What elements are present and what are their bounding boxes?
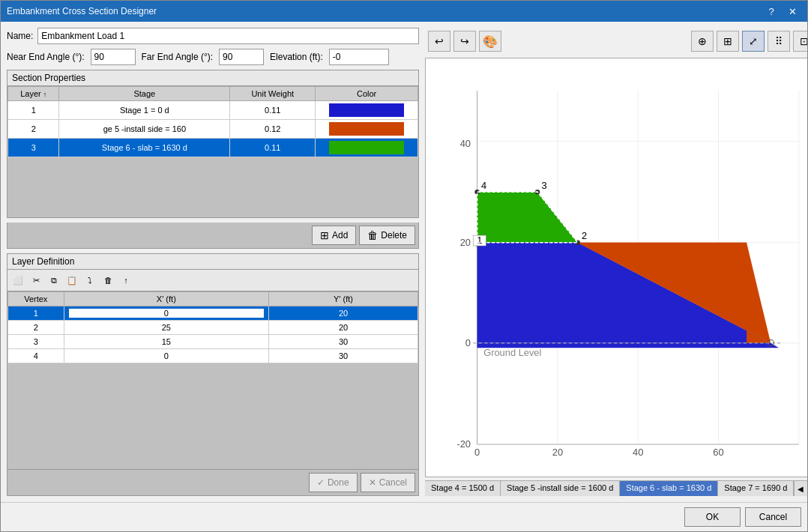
add-button[interactable]: ⊞ Add xyxy=(312,226,356,245)
stage-tab-1[interactable]: Stage 4 = 1500 d xyxy=(425,481,501,496)
cell-layer: 2 xyxy=(8,120,59,139)
title-bar: Embankment Cross Section Designer ? ✕ xyxy=(1,1,807,22)
vertex-y: 30 xyxy=(269,349,418,363)
point-label-3: 3 xyxy=(541,180,546,191)
done-button[interactable]: ✓ Done xyxy=(309,473,358,492)
vertex-num: 3 xyxy=(8,335,64,349)
name-input[interactable] xyxy=(37,28,419,44)
frame-tool[interactable]: ⊡ xyxy=(793,31,807,52)
select-shape-tool[interactable]: ⊞ xyxy=(717,31,739,52)
col-color: Color xyxy=(316,87,418,101)
col-x: X' (ft) xyxy=(64,292,269,306)
near-end-input[interactable] xyxy=(91,49,136,65)
vertex-row[interactable]: 1 20 xyxy=(8,306,418,321)
done-label: Done xyxy=(328,477,349,488)
vertex-row[interactable]: 4 0 30 xyxy=(8,349,418,363)
pointer-tool[interactable]: ⊕ xyxy=(691,31,714,52)
viz-toolbar-right: ⊕ ⊞ ⤢ ⠿ ⊡ xyxy=(691,31,807,52)
main-content: Name: Near End Angle (°): Far End Angle … xyxy=(1,22,807,502)
stage-tab-3[interactable]: Stage 6 - slab = 1630 d xyxy=(620,481,718,496)
main-window: Embankment Cross Section Designer ? ✕ Na… xyxy=(0,0,808,532)
zoom-fit-tool[interactable]: ⤢ xyxy=(742,31,765,52)
checkmark-icon: ✓ xyxy=(317,477,325,488)
x-icon: ✕ xyxy=(369,477,376,488)
params-row: Near End Angle (°): Far End Angle (°): E… xyxy=(7,49,419,65)
elevation-input[interactable] xyxy=(329,49,389,65)
cancel-form-button[interactable]: ✕ Cancel xyxy=(361,473,415,492)
table-row[interactable]: 3 Stage 6 - slab = 1630 d 0.11 xyxy=(8,139,418,157)
insert-row-btn[interactable]: ⤵ xyxy=(82,272,98,288)
point-label-2: 2 xyxy=(582,230,587,241)
bottom-bar: OK Cancel xyxy=(1,502,807,531)
section-props-title: Section Properties xyxy=(7,70,418,86)
table-row[interactable]: 2 ge 5 -install side = 160 0.12 xyxy=(8,120,418,139)
cell-layer: 3 xyxy=(8,139,59,157)
redo-button[interactable]: ↪ xyxy=(453,31,476,52)
vertex-y: 20 xyxy=(269,306,418,321)
delete-row-btn[interactable]: 🗑 xyxy=(100,272,116,288)
title-bar-controls: ? ✕ xyxy=(762,4,801,19)
vertex-num: 1 xyxy=(8,306,64,321)
near-end-label: Near End Angle (°): xyxy=(7,52,85,62)
window-title: Embankment Cross Section Designer xyxy=(7,6,157,16)
name-row: Name: xyxy=(7,28,419,44)
vertex-x[interactable] xyxy=(64,306,269,321)
col-vertex: Vertex xyxy=(8,292,64,306)
vertex-num: 2 xyxy=(8,321,64,335)
layer-def-title: Layer Definition xyxy=(7,254,418,270)
done-cancel-row: ✓ Done ✕ Cancel xyxy=(7,469,418,495)
far-end-input[interactable] xyxy=(219,49,264,65)
close-button[interactable]: ✕ xyxy=(783,4,801,19)
title-bar-left: Embankment Cross Section Designer xyxy=(7,6,157,16)
color-button[interactable]: 🎨 xyxy=(479,31,501,52)
help-button[interactable]: ? xyxy=(762,4,780,19)
vertex-x: 25 xyxy=(64,321,269,335)
paste-tool-btn[interactable]: 📋 xyxy=(64,272,80,288)
vertex-num: 4 xyxy=(8,349,64,363)
table-row[interactable]: 1 Stage 1 = 0 d 0.11 xyxy=(8,101,418,120)
cell-color xyxy=(316,101,418,120)
left-panel: Name: Near End Angle (°): Far End Angle … xyxy=(7,28,419,496)
x-label-60: 60 xyxy=(713,447,723,458)
stage-tab-2[interactable]: Stage 5 -install side = 1600 d xyxy=(501,481,620,496)
right-panel: ↩ ↪ 🎨 ⊕ ⊞ ⤢ ⠿ ⊡ xyxy=(425,28,807,496)
vertex-x-input[interactable] xyxy=(69,309,265,318)
props-table: Layer ↑ Stage Unit Weight Color 1 Stage … xyxy=(7,86,418,157)
y-label-neg20: -20 xyxy=(456,438,471,450)
add-icon: ⊞ xyxy=(320,229,329,241)
chart-area: -20 0 20 40 0 20 40 60 xyxy=(425,58,807,477)
vertex-y: 30 xyxy=(269,335,418,349)
cancel-dialog-button[interactable]: Cancel xyxy=(745,507,801,527)
stage-tabs: Stage 4 = 1500 d Stage 5 -install side =… xyxy=(425,480,807,496)
ok-button[interactable]: OK xyxy=(684,507,741,527)
vertex-y: 20 xyxy=(269,321,418,335)
y-label-40: 40 xyxy=(460,138,471,149)
cut-tool-btn[interactable]: ✂ xyxy=(28,272,44,288)
select-tool-btn[interactable]: ⬜ xyxy=(10,272,26,288)
vertex-x: 15 xyxy=(64,335,269,349)
tab-scroll-left[interactable]: ◀ xyxy=(795,481,807,496)
undo-button[interactable]: ↩ xyxy=(428,31,450,52)
vertex-row[interactable]: 3 15 30 xyxy=(8,335,418,349)
x-label-0: 0 xyxy=(474,447,480,458)
vertex-empty-area xyxy=(7,363,418,469)
dotted-tool[interactable]: ⠿ xyxy=(768,31,790,52)
vertex-row[interactable]: 2 25 20 xyxy=(8,321,418,335)
delete-label: Delete xyxy=(381,230,407,241)
tab-scroll-right[interactable]: ▶ xyxy=(807,481,807,496)
copy-tool-btn[interactable]: ⧉ xyxy=(46,272,62,288)
cell-stage: Stage 6 - slab = 1630 d xyxy=(59,139,230,157)
point-label-4: 4 xyxy=(481,180,486,191)
col-layer: Layer ↑ xyxy=(8,87,59,101)
far-end-label: Far End Angle (°): xyxy=(142,52,214,62)
y-label-20: 20 xyxy=(460,237,471,248)
props-empty-area xyxy=(7,157,418,217)
viz-toolbar-left: ↩ ↪ 🎨 xyxy=(428,31,501,52)
stage-tab-4[interactable]: Stage 7 = 1690 d xyxy=(718,481,794,496)
cell-color xyxy=(316,139,418,157)
cell-unit-weight: 0.11 xyxy=(230,101,316,120)
delete-button[interactable]: 🗑 Delete xyxy=(359,226,415,245)
cancel-label: Cancel xyxy=(379,477,407,488)
cell-stage: ge 5 -install side = 160 xyxy=(59,120,230,139)
move-up-btn[interactable]: ↑ xyxy=(118,272,134,288)
